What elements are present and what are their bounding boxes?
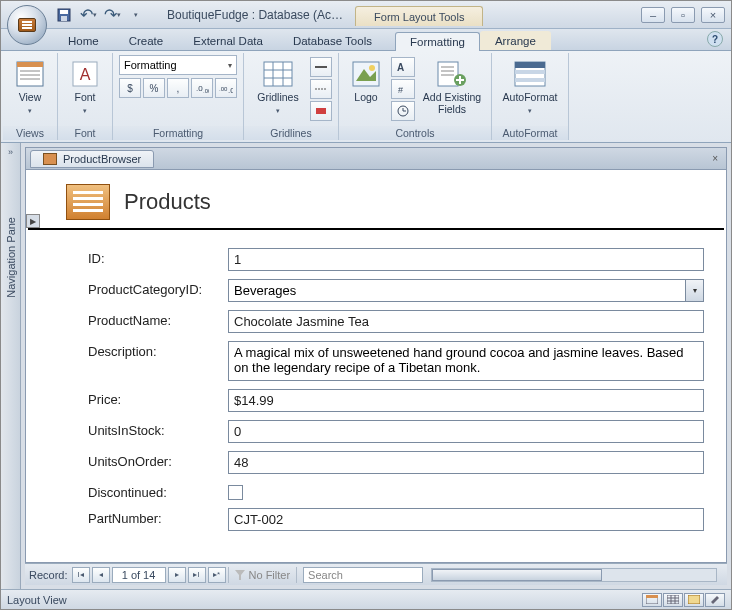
view-button[interactable]: View▾ — [9, 55, 51, 118]
navigation-pane-shutter[interactable]: » Navigation Pane — [1, 143, 21, 589]
contextual-tabs: Formatting Arrange — [395, 31, 551, 50]
autoformat-button[interactable]: AutoFormat▾ — [498, 55, 562, 118]
comma-button[interactable]: , — [167, 78, 189, 98]
design-view-button[interactable] — [705, 593, 725, 607]
last-record-button[interactable]: ▸I — [188, 567, 206, 583]
tab-home[interactable]: Home — [53, 31, 114, 50]
title-button[interactable]: A — [391, 57, 415, 77]
window-buttons: – ▫ × — [641, 7, 725, 23]
svg-point-24 — [369, 65, 375, 71]
dropdown-icon[interactable]: ▾ — [685, 280, 703, 301]
dropdown-icon: ▾ — [117, 11, 121, 19]
dropdown-icon: ▾ — [83, 107, 87, 114]
help-button[interactable]: ? — [707, 31, 723, 47]
input-unitsonorder[interactable]: 48 — [228, 451, 704, 474]
color-button[interactable] — [310, 101, 332, 121]
currency-button[interactable]: $ — [119, 78, 141, 98]
width-button[interactable] — [310, 57, 332, 77]
format-combo-value: Formatting — [124, 59, 177, 71]
record-position[interactable]: 1 of 14 — [112, 567, 166, 583]
filter-indicator[interactable]: No Filter — [228, 567, 298, 583]
undo-button[interactable]: ↶▾ — [77, 5, 99, 25]
font-button[interactable]: A Font▾ — [64, 55, 106, 118]
input-productname[interactable]: Chocolate Jasmine Tea — [228, 310, 704, 333]
input-price[interactable]: $14.99 — [228, 389, 704, 412]
tab-formatting[interactable]: Formatting — [395, 32, 480, 51]
tab-external-data[interactable]: External Data — [178, 31, 278, 50]
label-productcategoryid[interactable]: ProductCategoryID: — [88, 279, 228, 297]
decrease-decimals-button[interactable]: .00.0 — [215, 78, 237, 98]
redo-button[interactable]: ↷▾ — [101, 5, 123, 25]
status-view-label: Layout View — [7, 594, 67, 606]
dropdown-icon: ▾ — [528, 107, 532, 114]
group-label-views: Views — [3, 126, 57, 140]
qat-customize-button[interactable]: ▾ — [125, 5, 147, 25]
font-label: Font — [74, 91, 95, 103]
input-id[interactable]: 1 — [228, 248, 704, 271]
form-title[interactable]: Products — [124, 189, 211, 215]
style-button[interactable] — [310, 79, 332, 99]
page-numbers-button[interactable]: # — [391, 79, 415, 99]
gridlines-icon — [262, 58, 294, 90]
tab-database-tools[interactable]: Database Tools — [278, 31, 387, 50]
doc-tab-close-button[interactable]: × — [708, 153, 722, 164]
tab-create[interactable]: Create — [114, 31, 179, 50]
percent-button[interactable]: % — [143, 78, 165, 98]
office-button[interactable] — [7, 5, 47, 45]
logo-icon — [350, 58, 382, 90]
label-description[interactable]: Description: — [88, 341, 228, 359]
doc-tab-productbrowser[interactable]: ProductBrowser — [30, 150, 154, 168]
svg-rect-40 — [515, 78, 545, 82]
record-search-input[interactable]: Search — [303, 567, 423, 583]
input-description[interactable]: A magical mix of unsweetened hand ground… — [228, 341, 704, 381]
increase-decimals-button[interactable]: .0.00 — [191, 78, 213, 98]
first-record-button[interactable]: I◂ — [72, 567, 90, 583]
record-selector[interactable]: ▶ — [26, 214, 40, 228]
chevron-right-icon: » — [8, 147, 13, 157]
form-logo-icon[interactable] — [66, 184, 110, 220]
form-icon — [43, 153, 57, 165]
dropdown-icon: ▾ — [93, 11, 97, 19]
format-combo[interactable]: Formatting▾ — [119, 55, 237, 75]
next-record-button[interactable]: ▸ — [168, 567, 186, 583]
layout-view-button[interactable] — [684, 593, 704, 607]
label-unitsinstock[interactable]: UnitsInStock: — [88, 420, 228, 438]
scrollbar-thumb[interactable] — [432, 569, 602, 581]
svg-rect-1 — [60, 10, 68, 14]
datasheet-view-button[interactable] — [663, 593, 683, 607]
form-header: Products — [26, 170, 726, 226]
label-unitsonorder[interactable]: UnitsOnOrder: — [88, 451, 228, 469]
minimize-button[interactable]: – — [641, 7, 665, 23]
add-existing-fields-button[interactable]: Add Existing Fields — [419, 55, 485, 118]
date-time-button[interactable] — [391, 101, 415, 121]
save-button[interactable] — [53, 5, 75, 25]
form-view-button[interactable] — [642, 593, 662, 607]
workspace: » Navigation Pane ProductBrowser × Produ… — [1, 143, 731, 589]
autoformat-icon — [514, 58, 546, 90]
new-record-button[interactable]: ▸* — [208, 567, 226, 583]
add-fields-icon — [436, 58, 468, 90]
checkbox-discontinued[interactable] — [228, 485, 243, 500]
label-productname[interactable]: ProductName: — [88, 310, 228, 328]
label-price[interactable]: Price: — [88, 389, 228, 407]
close-button[interactable]: × — [701, 7, 725, 23]
tab-arrange[interactable]: Arrange — [480, 31, 551, 50]
restore-button[interactable]: ▫ — [671, 7, 695, 23]
logo-button[interactable]: Logo — [345, 55, 387, 107]
gridlines-button[interactable]: Gridlines▾ — [250, 55, 306, 118]
input-partnumber[interactable]: CJT-002 — [228, 508, 704, 531]
redo-icon: ↷ — [104, 5, 117, 24]
input-unitsinstock[interactable]: 0 — [228, 420, 704, 443]
label-partnumber[interactable]: PartNumber: — [88, 508, 228, 526]
svg-rect-44 — [667, 595, 679, 604]
svg-text:A: A — [80, 66, 91, 83]
label-id[interactable]: ID: — [88, 248, 228, 266]
prev-record-button[interactable]: ◂ — [92, 567, 110, 583]
app-window: ↶▾ ↷▾ ▾ BoutiqueFudge : Database (Ac… Fo… — [0, 0, 732, 610]
dropdown-icon: ▾ — [276, 107, 280, 114]
contextual-tab-title: Form Layout Tools — [355, 6, 483, 26]
label-discontinued[interactable]: Discontinued: — [88, 482, 228, 500]
horizontal-scrollbar[interactable] — [431, 568, 717, 582]
navigation-pane-label: Navigation Pane — [5, 217, 17, 298]
select-productcategoryid[interactable]: Beverages ▾ — [228, 279, 704, 302]
